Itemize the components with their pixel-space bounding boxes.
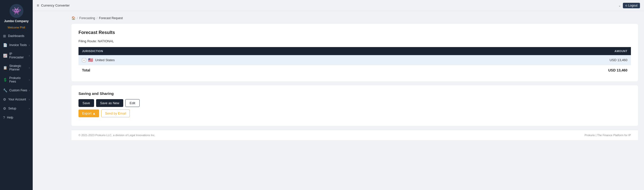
logo-emoji: 👾 xyxy=(12,7,21,15)
sidebar-item-your-account[interactable]: ⚙ Your Account › xyxy=(0,95,33,104)
page-title: Forecast Results xyxy=(78,30,631,35)
amount-cell: USD 13,460 xyxy=(411,55,631,65)
chevron-icon: › xyxy=(29,66,30,69)
total-amount: USD 13,460 xyxy=(411,65,631,75)
footer: © 2021-2023 Prokurio LLC, a division of … xyxy=(71,130,638,140)
custom-fees-icon: 🔧 xyxy=(3,88,7,92)
dashboards-icon: ⊞ xyxy=(3,34,6,38)
company-name: Jumbo Company xyxy=(4,19,28,23)
sidebar-label-strategic-planner: Strategic Planner xyxy=(9,64,27,71)
secondary-button-row: Export ▲ Send by Email xyxy=(78,109,631,117)
table-row: + 🇺🇸 United States USD 13,460 xyxy=(78,55,631,65)
sidebar-label-setup: Setup xyxy=(8,107,16,110)
sidebar-item-setup[interactable]: ⚙ Setup › xyxy=(0,104,33,113)
sidebar-label-dashboards: Dashboards xyxy=(8,34,24,38)
export-label: Export xyxy=(82,111,92,115)
chevron-icon: › xyxy=(29,107,30,110)
sidebar-label-ip-forecaster: IP Forecaster xyxy=(9,52,27,59)
jurisdiction-header: JURISDICTION xyxy=(78,47,411,55)
chevron-icon: › xyxy=(29,98,30,101)
topbar: ≡ Currency Converter ⌄ ⎋ Logout xyxy=(33,0,644,11)
sidebar: 👾 Jumbo Company Welcome Phill ⊞ Dashboar… xyxy=(0,0,33,190)
logout-label: Logout xyxy=(628,4,637,7)
total-row: Total USD 13,460 xyxy=(78,65,631,75)
save-new-button[interactable]: Save as New xyxy=(96,99,124,107)
sidebar-item-prokurio-fees[interactable]: 💲 Prokurio Fees › xyxy=(0,74,33,86)
sidebar-item-dashboards[interactable]: ⊞ Dashboards xyxy=(0,31,33,41)
sidebar-item-strategic-planner[interactable]: 📋 Strategic Planner › xyxy=(0,62,33,74)
primary-button-row: Save Save as New Edit xyxy=(78,99,631,107)
sidebar-navigation: ⊞ Dashboards 📄 Invoice Tools › 📈 IP Fore… xyxy=(0,31,33,190)
export-button[interactable]: Export ▲ xyxy=(78,109,99,117)
footer-copyright: © 2021-2023 Prokurio LLC, a division of … xyxy=(78,134,155,137)
chevron-icon: › xyxy=(29,44,30,47)
sidebar-label-invoice-tools: Invoice Tools xyxy=(9,43,27,47)
sidebar-label-your-account: Your Account xyxy=(8,98,26,101)
save-button[interactable]: Save xyxy=(78,99,94,107)
sidebar-label-help: Help xyxy=(7,116,13,119)
export-chevron-icon: ▲ xyxy=(93,111,96,115)
breadcrumb-current: Forecast Request xyxy=(99,16,123,20)
saving-section-title: Saving and Sharing xyxy=(78,91,631,96)
sidebar-item-custom-fees[interactable]: 🔧 Custom Fees › xyxy=(0,86,33,95)
sidebar-item-help[interactable]: ? Help xyxy=(0,113,33,122)
expand-button[interactable]: + xyxy=(82,58,86,62)
your-account-icon: ⚙ xyxy=(3,97,6,101)
dropdown-arrow-icon[interactable]: ⌄ xyxy=(618,4,621,7)
sidebar-logo: 👾 Jumbo Company xyxy=(0,0,33,25)
sidebar-item-invoice-tools[interactable]: 📄 Invoice Tools › xyxy=(0,41,33,50)
home-icon[interactable]: 🏠 xyxy=(71,16,75,20)
sidebar-label-custom-fees: Custom Fees xyxy=(9,89,27,92)
filing-route-value: NATIONAL xyxy=(98,39,114,43)
jurisdiction-name: United States xyxy=(95,58,115,62)
breadcrumb: 🏠 / Forecasting / Forecast Request xyxy=(71,16,638,20)
saving-sharing-card: Saving and Sharing Save Save as New Edit… xyxy=(71,85,638,126)
table-body: + 🇺🇸 United States USD 13,460 Total USD … xyxy=(78,55,631,75)
total-label: Total xyxy=(78,65,411,75)
breadcrumb-forecasting[interactable]: Forecasting xyxy=(79,16,95,20)
filing-route: Filing Route: NATIONAL xyxy=(78,39,631,43)
filing-route-label: Filing Route: xyxy=(78,39,97,43)
chevron-icon: › xyxy=(29,54,30,57)
forecast-results-card: Forecast Results Filing Route: NATIONAL … xyxy=(71,24,638,81)
edit-button[interactable]: Edit xyxy=(125,99,139,107)
sidebar-label-prokurio-fees: Prokurio Fees xyxy=(9,76,27,83)
strategic-planner-icon: 📋 xyxy=(3,66,7,70)
forecast-table: JURISDICTION AMOUNT + 🇺🇸 United States U… xyxy=(78,47,631,75)
prokurio-fees-icon: 💲 xyxy=(3,78,7,82)
main-content: 🏠 / Forecasting / Forecast Request Forec… xyxy=(65,11,644,190)
send-by-email-button[interactable]: Send by Email xyxy=(101,109,130,117)
help-icon: ? xyxy=(3,116,5,120)
logout-icon: ⎋ xyxy=(625,4,627,7)
ip-forecaster-icon: 📈 xyxy=(3,54,7,58)
jurisdiction-cell: + 🇺🇸 United States xyxy=(78,55,411,65)
footer-tagline: Prokurio | The Finance Platform for IP xyxy=(585,134,631,137)
welcome-text: Welcome Phill xyxy=(0,25,33,31)
table-header: JURISDICTION AMOUNT xyxy=(78,47,631,55)
sidebar-item-ip-forecaster[interactable]: 📈 IP Forecaster › xyxy=(0,50,33,62)
setup-icon: ⚙ xyxy=(3,106,6,110)
chevron-icon: › xyxy=(29,89,30,92)
logout-button[interactable]: ⎋ Logout xyxy=(623,3,640,8)
currency-converter-label: Currency Converter xyxy=(41,4,69,7)
hamburger-icon[interactable]: ≡ xyxy=(37,3,39,8)
company-logo: 👾 xyxy=(10,4,23,18)
amount-header: AMOUNT xyxy=(411,47,631,55)
invoice-tools-icon: 📄 xyxy=(3,43,7,47)
chevron-icon: › xyxy=(29,79,30,81)
us-flag-icon: 🇺🇸 xyxy=(88,58,93,62)
